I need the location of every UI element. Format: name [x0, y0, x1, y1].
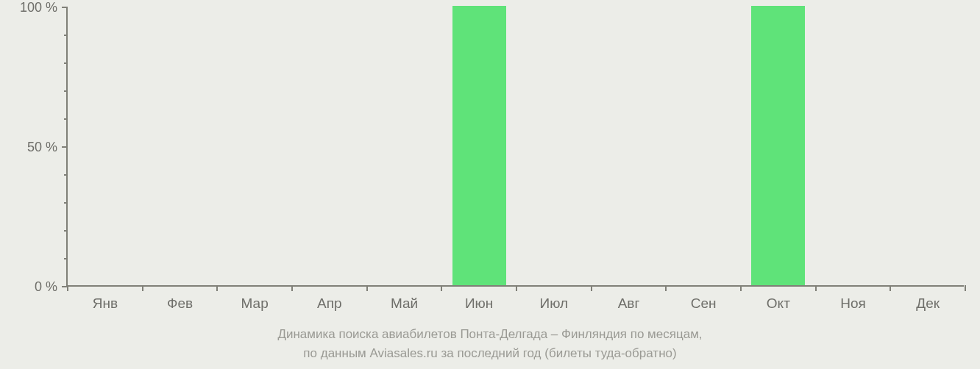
x-axis-label: Фев — [167, 295, 193, 312]
y-minor-tick — [64, 202, 68, 204]
bars-layer — [68, 7, 964, 285]
x-axis-label: Окт — [767, 295, 790, 312]
y-axis-label: 0 % — [35, 279, 57, 295]
x-axis-label: Мар — [241, 295, 269, 312]
chart-container: 0 %50 %100 %ЯнвФевМарАпрМайИюнИюлАвгСенО… — [0, 0, 980, 369]
chart-caption: Динамика поиска авиабилетов Понта-Делгад… — [0, 325, 980, 362]
y-tick — [62, 146, 68, 148]
x-axis-label: Ноя — [840, 295, 866, 312]
bar — [452, 6, 506, 285]
x-axis-label: Июн — [465, 295, 493, 312]
y-minor-tick — [64, 62, 68, 64]
x-tick — [965, 285, 966, 291]
y-minor-tick — [64, 90, 68, 92]
plot-area: 0 %50 %100 %ЯнвФевМарАпрМайИюнИюлАвгСенО… — [66, 7, 964, 287]
x-tick — [516, 285, 517, 291]
y-minor-tick — [64, 118, 68, 120]
x-tick — [142, 285, 143, 291]
x-tick — [890, 285, 891, 291]
caption-line-1: Динамика поиска авиабилетов Понта-Делгад… — [0, 325, 980, 344]
x-tick — [291, 285, 293, 291]
caption-line-2: по данным Aviasales.ru за последний год … — [0, 344, 980, 363]
x-tick — [67, 285, 68, 291]
x-axis-label: Июл — [540, 295, 569, 312]
y-minor-tick — [64, 258, 68, 259]
x-tick — [441, 285, 442, 291]
x-tick — [591, 285, 592, 291]
x-tick — [216, 285, 218, 291]
y-minor-tick — [64, 230, 68, 232]
x-tick — [366, 285, 368, 291]
y-axis-label: 50 % — [27, 140, 57, 155]
y-minor-tick — [64, 174, 68, 176]
y-axis-label: 100 % — [20, 0, 57, 15]
x-tick — [740, 285, 742, 291]
x-axis-label: Сен — [691, 295, 717, 312]
x-axis-label: Янв — [93, 295, 118, 312]
y-tick — [62, 7, 68, 8]
x-axis-label: Апр — [317, 295, 342, 312]
y-minor-tick — [64, 35, 68, 36]
x-axis-label: Май — [391, 295, 418, 312]
x-tick — [815, 285, 817, 291]
x-axis-label: Авг — [618, 295, 640, 312]
x-axis-label: Дек — [916, 295, 940, 312]
x-tick — [665, 285, 667, 291]
bar — [751, 6, 805, 285]
